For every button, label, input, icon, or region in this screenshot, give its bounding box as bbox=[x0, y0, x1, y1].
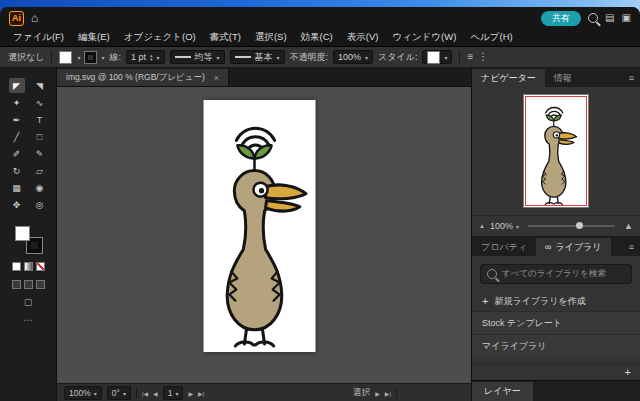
status-menu-icon[interactable] bbox=[385, 388, 391, 398]
chevron-down-icon[interactable] bbox=[365, 52, 368, 62]
tab-navigator[interactable]: ナビゲーター bbox=[472, 69, 545, 87]
duck-illustration[interactable] bbox=[204, 100, 316, 352]
color-button[interactable] bbox=[12, 262, 21, 271]
rotate-tool[interactable]: ↻ bbox=[9, 163, 25, 178]
share-button[interactable]: 共有 bbox=[541, 11, 581, 26]
menu-view[interactable]: 表示(V) bbox=[340, 31, 386, 44]
scale-tool[interactable]: ▱ bbox=[32, 163, 48, 178]
screen-mode-icon[interactable] bbox=[24, 298, 33, 307]
menu-file[interactable]: ファイル(F) bbox=[6, 31, 71, 44]
paintbrush-tool[interactable]: ✐ bbox=[9, 146, 25, 161]
draw-inside-button[interactable] bbox=[36, 280, 45, 289]
panel-menu-icon[interactable] bbox=[629, 242, 634, 252]
selection-tool[interactable]: ◤ bbox=[9, 78, 25, 93]
tab-libraries[interactable]: ライブラリ bbox=[536, 238, 610, 256]
edit-toolbar-icon[interactable] bbox=[24, 316, 33, 325]
eyedropper-tool[interactable]: ◉ bbox=[32, 180, 48, 195]
navigator-proxy-rect[interactable] bbox=[525, 96, 587, 206]
zoom-slider[interactable] bbox=[528, 225, 615, 227]
last-artboard-icon[interactable] bbox=[198, 388, 204, 398]
tab-properties[interactable]: プロパティ bbox=[472, 238, 536, 256]
align-options-icon[interactable] bbox=[467, 52, 473, 62]
library-item-stock-templates[interactable]: Stock テンプレート bbox=[472, 311, 640, 334]
navigator-zoom-dropdown[interactable]: 100% bbox=[490, 221, 519, 231]
width-tool[interactable]: ▦ bbox=[9, 180, 25, 195]
pen-tool[interactable]: ✒ bbox=[9, 112, 25, 127]
menu-window[interactable]: ウィンドウ(W) bbox=[385, 31, 463, 44]
hand-tool[interactable]: ✥ bbox=[9, 197, 25, 212]
libraries-tabbar: プロパティ ライブラリ bbox=[472, 237, 640, 256]
arrange-documents-icon[interactable] bbox=[605, 13, 614, 23]
chevron-down-icon[interactable] bbox=[175, 388, 178, 398]
color-mode-row bbox=[12, 262, 45, 271]
zoom-slider-thumb[interactable] bbox=[576, 222, 583, 229]
menu-type[interactable]: 書式(T) bbox=[203, 31, 248, 44]
menu-help[interactable]: ヘルプ(H) bbox=[463, 31, 519, 44]
line-segment-tool[interactable]: ╱ bbox=[9, 129, 25, 144]
create-library-button[interactable]: 新規ライブラリを作成 bbox=[472, 291, 640, 311]
menu-object[interactable]: オブジェクト(O) bbox=[117, 31, 203, 44]
close-tab-icon[interactable]: × bbox=[214, 73, 219, 83]
illustrator-window: Ai 共有 ファイル(F)編集(E)オブジェクト(O)書式(T)選択(S)効果(… bbox=[0, 7, 640, 401]
opacity-input[interactable]: 100% bbox=[333, 50, 373, 64]
none-button[interactable] bbox=[36, 262, 45, 271]
lasso-tool[interactable]: ∿ bbox=[32, 95, 48, 110]
previous-artboard-icon[interactable] bbox=[153, 388, 158, 398]
search-icon[interactable] bbox=[588, 13, 598, 23]
draw-normal-button[interactable] bbox=[12, 280, 21, 289]
chevron-down-icon[interactable] bbox=[444, 52, 447, 62]
chevron-down-icon[interactable] bbox=[277, 52, 280, 62]
menu-effect[interactable]: 効果(C) bbox=[294, 31, 340, 44]
chevron-down-icon[interactable] bbox=[217, 52, 220, 62]
canvas[interactable] bbox=[57, 87, 471, 383]
chevron-down-icon[interactable] bbox=[77, 52, 80, 62]
chevron-down-icon[interactable] bbox=[101, 52, 104, 62]
library-item-my-library[interactable]: マイライブラリ bbox=[472, 334, 640, 357]
fill-swatch[interactable] bbox=[15, 226, 30, 241]
gradient-button[interactable] bbox=[24, 262, 33, 271]
zoom-in-icon[interactable] bbox=[624, 222, 633, 231]
navigator-preview[interactable] bbox=[524, 95, 588, 207]
rectangle-tool[interactable]: □ bbox=[32, 129, 48, 144]
next-artboard-icon[interactable] bbox=[188, 388, 193, 398]
menu-select[interactable]: 選択(S) bbox=[248, 31, 294, 44]
document-tab[interactable]: img.svg @ 100 % (RGB/プレビュー) × bbox=[57, 69, 229, 86]
chevron-down-icon[interactable] bbox=[516, 221, 519, 231]
library-search-input[interactable]: すべてのライブラリを検索 bbox=[480, 264, 632, 284]
status-expand-icon[interactable] bbox=[375, 388, 380, 398]
tab-info[interactable]: 情報 bbox=[545, 69, 581, 87]
artboard-number-dropdown[interactable]: 1 bbox=[163, 386, 184, 400]
stroke-weight-input[interactable]: 1 pt bbox=[126, 50, 165, 64]
width-profile-dropdown[interactable]: 基本 bbox=[230, 50, 285, 64]
add-library-icon[interactable] bbox=[625, 367, 631, 378]
first-artboard-icon[interactable] bbox=[142, 388, 148, 398]
menu-edit[interactable]: 編集(E) bbox=[71, 31, 117, 44]
zoom-out-icon[interactable] bbox=[479, 223, 485, 229]
artboard[interactable] bbox=[204, 100, 316, 352]
opacity-label: 不透明度: bbox=[290, 51, 329, 64]
desktop-background: Ai 共有 ファイル(F)編集(E)オブジェクト(O)書式(T)選択(S)効果(… bbox=[0, 0, 640, 401]
panel-menu-icon[interactable] bbox=[629, 73, 634, 83]
fill-color-swatch[interactable] bbox=[59, 51, 72, 64]
magic-wand-tool[interactable]: ✦ bbox=[9, 95, 25, 110]
fill-stroke-control bbox=[15, 226, 42, 253]
workspace-switcher-icon[interactable] bbox=[622, 13, 631, 23]
draw-behind-button[interactable] bbox=[24, 280, 33, 289]
home-icon[interactable] bbox=[31, 12, 38, 24]
tab-layers[interactable]: レイヤー bbox=[472, 382, 533, 401]
chevron-down-icon[interactable] bbox=[157, 52, 160, 62]
more-options-icon[interactable] bbox=[478, 52, 488, 62]
type-tool[interactable]: T bbox=[32, 112, 48, 127]
direct-selection-tool[interactable]: ◥ bbox=[32, 78, 48, 93]
rotation-dropdown[interactable]: 0° bbox=[107, 386, 131, 400]
style-dropdown[interactable] bbox=[422, 50, 452, 64]
zoom-level-dropdown[interactable]: 100% bbox=[64, 386, 102, 400]
chevron-down-icon[interactable] bbox=[123, 388, 126, 398]
stroke-color-swatch[interactable] bbox=[85, 52, 96, 63]
chevron-down-icon[interactable] bbox=[94, 388, 97, 398]
selection-status: 選択なし bbox=[8, 51, 44, 64]
zoom-tool[interactable]: ◎ bbox=[32, 197, 48, 212]
brush-definition-dropdown[interactable]: 均等 bbox=[170, 50, 225, 64]
stepper-icon[interactable] bbox=[150, 53, 153, 61]
pencil-tool[interactable]: ✎ bbox=[32, 146, 48, 161]
